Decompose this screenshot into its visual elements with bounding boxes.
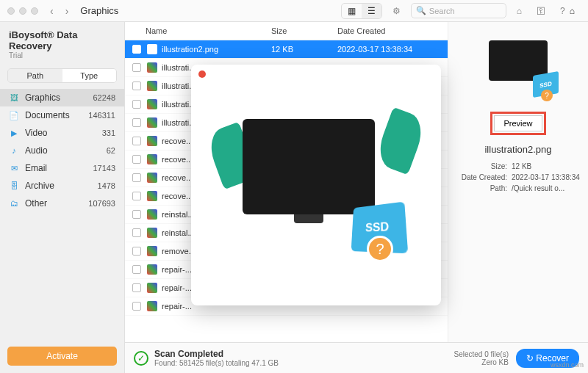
file-icon [147, 264, 157, 275]
file-icon [147, 44, 157, 54]
row-checkbox[interactable] [132, 192, 141, 200]
brand: iBoysoft® Data Recovery Trial [0, 22, 124, 62]
popup-image: SSD ? [220, 104, 412, 266]
preview-panel: SSD ? Preview illustration2.png Size:12 … [448, 22, 588, 342]
sidebar-item-archive[interactable]: 🗄Archive1478 [0, 177, 124, 195]
category-icon: 🖼 [9, 93, 19, 103]
question-icon: ? [541, 90, 553, 101]
row-checkbox[interactable] [132, 228, 141, 237]
search-icon: 🔍 [416, 6, 426, 15]
sidebar-item-documents[interactable]: 📄Documents146311 [0, 106, 124, 124]
file-icon [147, 283, 157, 293]
window-controls [7, 7, 38, 15]
scan-detail: Found: 581425 file(s) totaling 47.1 GB [154, 359, 279, 367]
sidebar-item-other[interactable]: 🗂Other107693 [0, 195, 124, 212]
preview-filename: illustration2.png [484, 144, 551, 155]
file-icon [147, 191, 157, 201]
file-icon [147, 301, 157, 311]
file-icon [147, 209, 157, 220]
file-icon [147, 62, 157, 73]
search-input[interactable]: 🔍 Search [411, 3, 506, 18]
row-checkbox[interactable] [132, 137, 141, 145]
footer: ✓ Scan Completed Found: 581425 file(s) t… [125, 342, 588, 373]
col-size[interactable]: Size [271, 26, 337, 35]
row-checkbox[interactable] [132, 173, 141, 182]
watermark: wsxdn.com [551, 361, 584, 369]
preview-button[interactable]: Preview [494, 115, 542, 131]
row-checkbox[interactable] [132, 210, 141, 219]
close-dot[interactable] [7, 7, 15, 15]
sidebar-item-video[interactable]: ▶Video331 [0, 124, 124, 142]
row-checkbox[interactable] [132, 283, 141, 292]
preview-button-highlight: Preview [490, 112, 545, 135]
camera-icon[interactable]: ⌂ [512, 4, 526, 18]
question-icon: ? [367, 236, 393, 262]
row-checkbox[interactable] [132, 155, 141, 164]
file-icon [147, 173, 157, 183]
activate-button[interactable]: Activate [7, 347, 117, 366]
file-icon [147, 99, 157, 109]
preview-thumbnail: SSD ? [478, 37, 559, 103]
file-icon [147, 154, 157, 164]
selected-size: Zero KB [453, 358, 508, 366]
home-icon[interactable]: ⌂ [570, 6, 575, 16]
list-header: Name Size Date Created [125, 22, 448, 40]
category-icon: 🗂 [9, 198, 19, 209]
file-icon [147, 136, 157, 146]
scan-status: Scan Completed [154, 349, 223, 359]
segment-path[interactable]: Path [8, 69, 62, 82]
popup-close-icon[interactable] [198, 70, 206, 78]
row-checkbox[interactable] [132, 45, 141, 54]
category-icon: 📄 [9, 110, 19, 120]
breadcrumb: Graphics [80, 5, 118, 16]
category-icon: ✉ [9, 163, 19, 173]
row-checkbox[interactable] [132, 247, 141, 256]
row-checkbox[interactable] [132, 63, 141, 72]
back-button[interactable]: ‹ [47, 4, 57, 18]
sidebar: iBoysoft® Data Recovery Trial Path Type … [0, 22, 125, 373]
path-type-segment[interactable]: Path Type [7, 68, 117, 83]
file-icon [147, 81, 157, 91]
grid-view-icon[interactable]: ▦ [342, 4, 362, 18]
table-row[interactable]: illustration2.png12 KB2022-03-17 13:38:3… [125, 40, 448, 59]
sidebar-item-graphics[interactable]: 🖼Graphics62248 [0, 89, 124, 106]
filter-icon[interactable]: ⚙ [388, 4, 405, 18]
selected-count: Selected 0 file(s) [453, 350, 508, 358]
sidebar-item-email[interactable]: ✉Email17143 [0, 159, 124, 177]
scan-complete-icon: ✓ [134, 351, 148, 366]
category-icon: ♪ [9, 145, 19, 156]
file-icon [147, 228, 157, 238]
row-checkbox[interactable] [132, 82, 141, 90]
file-icon [147, 246, 157, 256]
col-name[interactable]: Name [132, 26, 271, 35]
category-icon: 🗄 [9, 181, 19, 191]
segment-type[interactable]: Type [62, 69, 117, 82]
key-icon[interactable]: ⚿ [532, 4, 550, 18]
titlebar: ‹ › Graphics ▦ ☰ ⚙ 🔍 Search ⌂ ⚿ ? ⌂ [0, 0, 588, 22]
row-checkbox[interactable] [132, 118, 141, 127]
min-dot[interactable] [19, 7, 26, 15]
row-checkbox[interactable] [132, 265, 141, 274]
row-checkbox[interactable] [132, 100, 141, 109]
sidebar-item-audio[interactable]: ♪Audio62 [0, 142, 124, 159]
help-icon[interactable]: ? [556, 4, 570, 18]
view-toggle[interactable]: ▦ ☰ [341, 3, 382, 19]
preview-popup[interactable]: SSD ? [191, 65, 441, 305]
forward-button[interactable]: › [62, 4, 72, 18]
file-icon [147, 117, 157, 128]
list-view-icon[interactable]: ☰ [362, 4, 381, 18]
row-checkbox[interactable] [132, 302, 141, 311]
max-dot[interactable] [31, 7, 38, 15]
preview-meta: Size:12 KB Date Created:2022-03-17 13:38… [456, 161, 581, 194]
category-icon: ▶ [9, 128, 19, 138]
col-date[interactable]: Date Created [337, 26, 440, 35]
